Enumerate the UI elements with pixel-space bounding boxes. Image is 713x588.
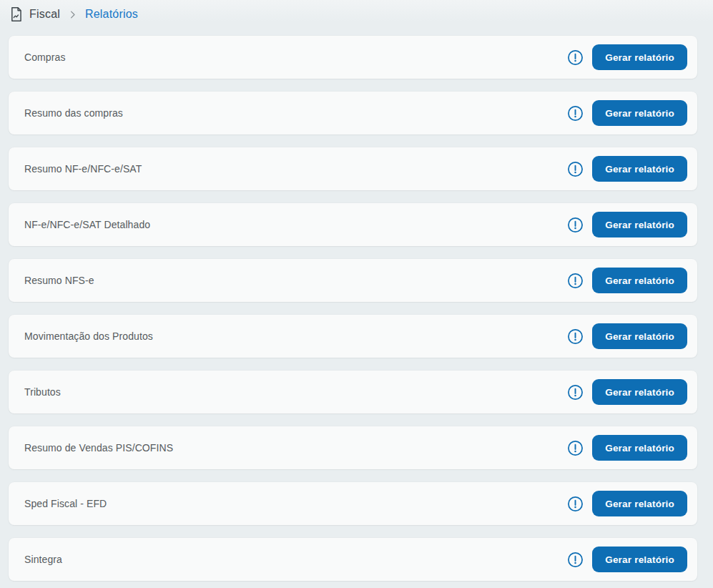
generate-report-button[interactable]: Gerar relatório <box>592 212 687 237</box>
exclamation-circle-icon[interactable] <box>567 552 584 568</box>
generate-report-button[interactable]: Gerar relatório <box>592 156 687 182</box>
exclamation-circle-icon[interactable] <box>567 440 584 456</box>
card-actions: Gerar relatório <box>567 491 687 516</box>
report-list: Compras Gerar relatório Resumo das compr… <box>0 29 713 581</box>
generate-report-button[interactable]: Gerar relatório <box>592 547 687 572</box>
report-card-nfe-nfce-sat-detalhado: NF-e/NFC-e/SAT Detalhado Gerar relatório <box>9 203 697 246</box>
breadcrumb: Fiscal Relatórios <box>0 0 713 29</box>
generate-report-button[interactable]: Gerar relatório <box>592 100 687 126</box>
exclamation-circle-icon[interactable] <box>567 384 584 401</box>
report-card-sintegra: Sintegra Gerar relatório <box>9 538 697 581</box>
report-card-sped-fiscal-efd: Sped Fiscal - EFD Gerar relatório <box>9 482 697 525</box>
report-card-tributos: Tributos Gerar relatório <box>9 371 697 413</box>
generate-report-button[interactable]: Gerar relatório <box>592 435 687 461</box>
report-card-resumo-nfse: Resumo NFS-e Gerar relatório <box>9 259 697 302</box>
breadcrumb-item-fiscal[interactable]: Fiscal <box>29 8 60 21</box>
exclamation-circle-icon[interactable] <box>567 496 584 512</box>
report-title: Resumo NF-e/NFC-e/SAT <box>24 163 142 175</box>
report-file-icon <box>9 6 24 23</box>
card-actions: Gerar relatório <box>567 435 687 461</box>
chevron-right-icon <box>67 9 78 20</box>
breadcrumb-item-relatorios[interactable]: Relatórios <box>85 8 138 21</box>
generate-report-button[interactable]: Gerar relatório <box>592 379 687 405</box>
exclamation-circle-icon[interactable] <box>567 49 584 66</box>
card-actions: Gerar relatório <box>567 156 687 182</box>
report-card-resumo-das-compras: Resumo das compras Gerar relatório <box>9 92 697 134</box>
report-title: Resumo NFS-e <box>24 275 94 286</box>
report-title: Resumo de Vendas PIS/COFINS <box>24 442 173 454</box>
card-actions: Gerar relatório <box>567 100 687 126</box>
report-card-movimentacao-produtos: Movimentação dos Produtos Gerar relatóri… <box>9 315 697 358</box>
report-title: Movimentação dos Produtos <box>24 330 153 342</box>
generate-report-button[interactable]: Gerar relatório <box>592 44 687 70</box>
report-title: Resumo das compras <box>24 107 123 119</box>
generate-report-button[interactable]: Gerar relatório <box>592 491 687 516</box>
report-title: NF-e/NFC-e/SAT Detalhado <box>24 219 150 230</box>
generate-report-button[interactable]: Gerar relatório <box>592 323 687 349</box>
report-title: Compras <box>24 52 66 63</box>
exclamation-circle-icon[interactable] <box>567 273 584 289</box>
card-actions: Gerar relatório <box>567 547 687 572</box>
exclamation-circle-icon[interactable] <box>567 105 584 122</box>
card-actions: Gerar relatório <box>567 212 687 237</box>
exclamation-circle-icon[interactable] <box>567 161 584 177</box>
card-actions: Gerar relatório <box>567 268 687 293</box>
card-actions: Gerar relatório <box>567 323 687 349</box>
exclamation-circle-icon[interactable] <box>567 217 584 233</box>
report-card-compras: Compras Gerar relatório <box>9 36 697 79</box>
report-title: Tributos <box>24 386 61 398</box>
card-actions: Gerar relatório <box>567 44 687 70</box>
report-title: Sped Fiscal - EFD <box>24 498 107 509</box>
card-actions: Gerar relatório <box>567 379 687 405</box>
report-card-resumo-nfe-nfce-sat: Resumo NF-e/NFC-e/SAT Gerar relatório <box>9 147 697 190</box>
exclamation-circle-icon[interactable] <box>567 328 584 345</box>
generate-report-button[interactable]: Gerar relatório <box>592 268 687 293</box>
report-card-resumo-vendas-pis-cofins: Resumo de Vendas PIS/COFINS Gerar relató… <box>9 426 697 469</box>
report-title: Sintegra <box>24 554 62 565</box>
